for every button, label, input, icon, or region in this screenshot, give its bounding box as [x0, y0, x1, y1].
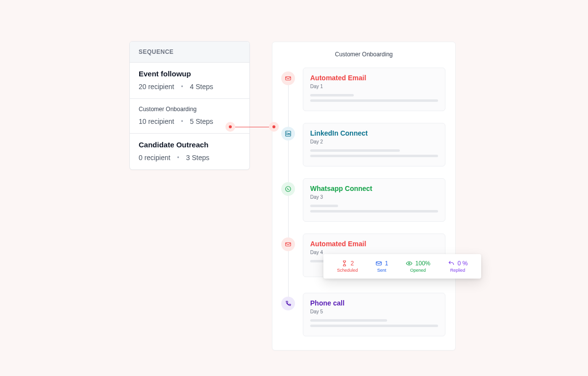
stat-replied: 0 % Replied	[448, 260, 468, 273]
placeholder-bar	[310, 155, 438, 157]
stat-label: Replied	[450, 268, 466, 273]
sequence-title: Event followup	[139, 70, 241, 78]
step-title: LinkedIn Connect	[310, 129, 438, 137]
email-icon	[281, 71, 295, 85]
eye-icon	[406, 260, 413, 267]
step-day: Day 2	[310, 139, 438, 144]
phone-icon	[281, 297, 295, 310]
stat-label: Sent	[377, 268, 387, 273]
placeholder-bar	[310, 149, 400, 152]
stat-scheduled: 2 Scheduled	[337, 260, 358, 273]
step-title: Phone call	[310, 299, 438, 307]
step-title: Automated Email	[310, 74, 438, 82]
svg-point-4	[286, 187, 291, 192]
sequence-title: Customer Onboarding	[139, 106, 241, 113]
timeline-step[interactable]: Phone call Day 5	[272, 293, 455, 336]
svg-point-7	[408, 263, 410, 264]
step-title: Automated Email	[310, 240, 438, 248]
placeholder-bar	[310, 210, 438, 212]
steps-count: 3 Steps	[186, 154, 209, 162]
linkedin-icon	[281, 127, 295, 141]
svg-point-3	[287, 132, 288, 133]
stat-value: 100%	[416, 260, 431, 267]
stat-label: Opened	[410, 268, 426, 273]
sequence-card: SEQUENCE Event followup 20 recipient • 4…	[129, 41, 250, 170]
stat-opened: 100% Opened	[406, 260, 431, 273]
timeline-step[interactable]: LinkedIn Connect Day 2	[272, 123, 455, 178]
sequence-item[interactable]: Event followup 20 recipient • 4 Steps	[130, 63, 249, 99]
email-icon	[281, 237, 295, 251]
step-day: Day 3	[310, 194, 438, 200]
recipient-count: 0 recipient	[139, 154, 171, 162]
sequence-meta: 10 recipient • 5 Steps	[139, 118, 241, 125]
dot-separator: •	[181, 118, 183, 125]
sequence-title: Candidate Outreach	[139, 141, 241, 149]
stat-value: 0 %	[458, 260, 468, 267]
recipient-count: 20 recipient	[139, 83, 174, 91]
timeline-step[interactable]: Whatsapp Connect Day 3	[272, 178, 455, 234]
timeline-title: Customer Onboarding	[272, 51, 455, 58]
steps-count: 5 Steps	[190, 118, 213, 125]
stat-value: 1	[385, 260, 389, 267]
mail-icon	[375, 260, 382, 267]
connector-inner-dot	[272, 125, 275, 128]
placeholder-bar	[310, 325, 438, 327]
recipient-count: 10 recipient	[139, 118, 174, 125]
timeline-step[interactable]: Automated Email Day 1	[272, 68, 455, 123]
stat-sent: 1 Sent	[375, 260, 389, 273]
placeholder-bar	[310, 94, 354, 96]
connector-end-dot	[269, 122, 279, 132]
svg-rect-2	[287, 133, 287, 135]
hourglass-icon	[341, 260, 348, 267]
dot-separator: •	[177, 154, 179, 161]
sequence-meta: 0 recipient • 3 Steps	[139, 154, 241, 162]
connector-start-dot	[225, 122, 235, 132]
stat-label: Scheduled	[337, 268, 358, 273]
reply-icon	[448, 260, 455, 267]
stats-popover: 2 Scheduled 1 Sent 100% Opened 0 % Repli…	[323, 254, 481, 279]
timeline-card: Customer Onboarding Automated Email Day …	[272, 42, 456, 351]
placeholder-bar	[310, 99, 438, 102]
placeholder-bar	[310, 319, 387, 322]
sequence-header: SEQUENCE	[130, 42, 249, 63]
placeholder-bar	[310, 205, 338, 207]
dot-separator: •	[181, 83, 183, 90]
sequence-meta: 20 recipient • 4 Steps	[139, 83, 241, 91]
step-title: Whatsapp Connect	[310, 185, 438, 192]
steps-count: 4 Steps	[190, 83, 213, 91]
stat-value: 2	[351, 260, 354, 267]
step-day: Day 5	[310, 309, 438, 314]
connector-line	[235, 127, 270, 127]
step-day: Day 1	[310, 84, 438, 89]
whatsapp-icon	[281, 182, 295, 196]
connector-inner-dot	[229, 125, 232, 128]
sequence-item[interactable]: Candidate Outreach 0 recipient • 3 Steps	[130, 134, 249, 169]
